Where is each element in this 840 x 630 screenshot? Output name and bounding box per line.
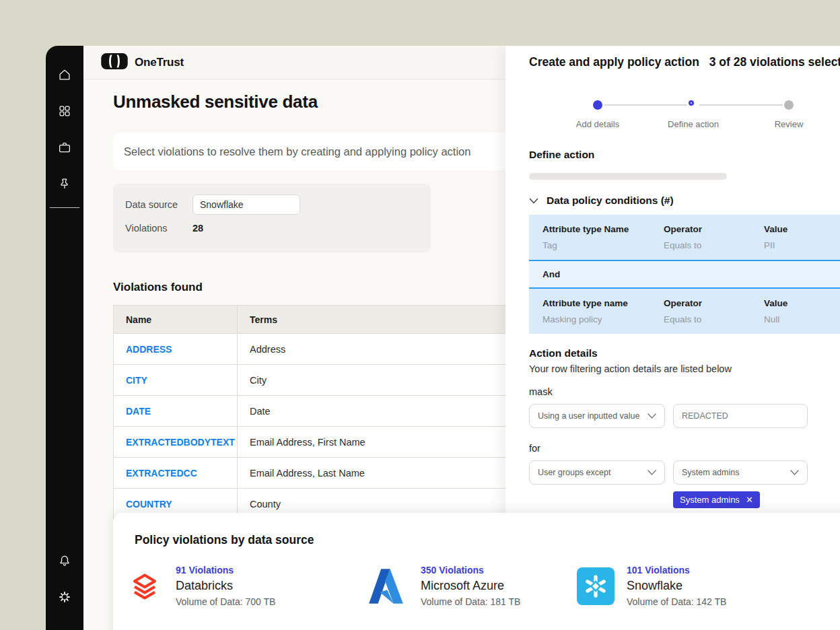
table-row: EXTRACTEDBODYTEXT Email Address, First N…	[114, 427, 544, 458]
user-group-select-dropdown[interactable]: System admins	[673, 460, 808, 485]
policy-violations-card: Policy violations by data source 91 Viol…	[113, 513, 840, 630]
source-volume: Volume of Data: 181 TB	[421, 596, 520, 607]
step-dot-review[interactable]	[784, 100, 794, 110]
condition-connector: And	[529, 261, 840, 287]
violation-name-link[interactable]: ADDRESS	[126, 344, 172, 355]
violation-name-link[interactable]: COUNTRY	[126, 499, 172, 510]
condition-op-label: Operator	[664, 224, 764, 234]
condition-val-label: Value	[764, 224, 840, 234]
violation-name-link[interactable]: DATE	[126, 406, 151, 417]
condition-val-label: Value	[764, 298, 840, 308]
violations-count-value: 28	[193, 223, 203, 234]
condition-attr-value: Tag	[542, 240, 664, 250]
databricks-icon	[125, 566, 165, 606]
azure-icon	[361, 566, 410, 606]
source-name: Databricks	[176, 579, 275, 593]
action-details-subtitle: Your row filtering action details are li…	[529, 363, 840, 374]
violation-terms: Date	[238, 396, 544, 427]
table-row: CITY City	[114, 365, 544, 396]
condition-attr-label: Attribute type Name	[542, 224, 664, 234]
condition-row: Attribute type Name Operator Value Tag E…	[529, 215, 840, 260]
step-label-add-details[interactable]: Add details	[551, 119, 645, 129]
source-violations-link[interactable]: 350 Violations	[421, 565, 520, 575]
condition-val-value: Null	[764, 314, 840, 324]
data-source-input[interactable]: Snowflake	[193, 195, 300, 215]
column-header-name[interactable]: Name	[114, 306, 238, 334]
stepper-connector	[699, 104, 783, 106]
condition-op-label: Operator	[664, 298, 764, 308]
step-dot-define-action[interactable]	[689, 100, 694, 106]
violation-name-link[interactable]: EXTRACTEDBODYTEXT	[126, 437, 235, 448]
source-snowflake: 101 Violations Snowflake Volume of Data:…	[575, 565, 840, 607]
violation-terms: Email Address, Last Name	[238, 458, 544, 489]
define-action-heading: Define action	[529, 149, 840, 161]
chevron-down-icon	[790, 470, 799, 475]
source-violations-link[interactable]: 101 Violations	[627, 565, 726, 575]
chevron-down-icon	[648, 470, 656, 475]
action-details-heading: Action details	[529, 347, 840, 359]
summary-box: Data source Snowflake Violations 28	[113, 184, 431, 252]
violations-found-heading: Violations found	[113, 281, 544, 294]
stepper-connector	[604, 104, 687, 106]
table-row: EXTRACTEDCC Email Address, Last Name	[114, 458, 544, 489]
instruction-banner: Select violations to resolve them by cre…	[113, 133, 544, 170]
condition-op-value: Equals to	[664, 314, 764, 324]
condition-attr-label: Attribute type name	[542, 298, 664, 308]
page-title: Unmasked sensitive data	[113, 92, 544, 112]
briefcase-icon[interactable]	[51, 129, 78, 166]
stepper: Add details Define action Review	[550, 99, 839, 138]
user-group-mode-dropdown[interactable]: User groups except	[529, 460, 665, 485]
source-name: Microsoft Azure	[421, 579, 520, 593]
source-violations-link[interactable]: 91 Violations	[176, 565, 275, 575]
apps-grid-icon[interactable]	[51, 93, 78, 129]
source-volume: Volume of Data: 700 TB	[176, 596, 275, 607]
step-label-review[interactable]: Review	[742, 119, 836, 129]
bell-icon[interactable]	[51, 542, 78, 579]
mask-value-input[interactable]: REDACTED	[673, 404, 808, 428]
condition-row: Attribute type name Operator Value Maski…	[529, 289, 840, 334]
source-databricks: 91 Violations Databricks Volume of Data:…	[125, 565, 361, 607]
pin-icon[interactable]	[51, 166, 78, 202]
selection-status: 3 of 28 violations selected	[709, 55, 840, 69]
for-label: for	[529, 443, 840, 454]
conditions-panel: Attribute type Name Operator Value Tag E…	[529, 215, 840, 334]
snowflake-icon	[575, 566, 616, 606]
progress-placeholder-bar	[529, 173, 727, 180]
data-source-label: Data source	[125, 199, 193, 210]
chip-remove-icon[interactable]: ✕	[746, 495, 753, 505]
chevron-down-icon[interactable]	[529, 198, 538, 204]
violations-count-label: Violations	[125, 223, 193, 234]
source-volume: Volume of Data: 142 TB	[627, 596, 726, 607]
selected-group-chip[interactable]: System admins ✕	[673, 491, 760, 508]
mask-method-dropdown[interactable]: Using a user inputted value	[529, 404, 665, 428]
content-area: OneTrust Unmasked sensitive data Select …	[83, 46, 840, 630]
source-azure: 350 Violations Microsoft Azure Volume of…	[361, 565, 575, 607]
mask-label: mask	[529, 386, 840, 397]
condition-attr-value: Masking policy	[542, 314, 664, 324]
chevron-down-icon	[648, 413, 656, 419]
violation-name-link[interactable]: EXTRACTEDCC	[126, 468, 197, 479]
step-label-define-action[interactable]: Define action	[646, 119, 740, 129]
step-dot-add-details[interactable]	[593, 100, 602, 110]
home-icon[interactable]	[51, 57, 78, 93]
main-column: Unmasked sensitive data Select violation…	[113, 46, 544, 520]
table-row: ADDRESS Address	[114, 334, 544, 365]
violations-table: Name Terms ADDRESS Address CITY City DAT…	[113, 305, 544, 520]
condition-val-value: PII	[764, 240, 840, 250]
app-window: OneTrust Unmasked sensitive data Select …	[46, 46, 840, 630]
footer-card-title: Policy violations by data source	[135, 533, 840, 547]
rail-divider	[50, 207, 79, 208]
condition-op-value: Equals to	[664, 240, 764, 250]
violation-name-link[interactable]: CITY	[126, 375, 147, 386]
violation-terms: City	[238, 365, 544, 396]
gear-icon[interactable]	[51, 579, 78, 615]
violation-terms: Address	[238, 334, 544, 365]
nav-rail	[46, 46, 83, 630]
source-name: Snowflake	[627, 579, 726, 593]
panel-title: Create and apply policy action	[529, 55, 699, 69]
instruction-banner-text: Select violations to resolve them by cre…	[124, 145, 470, 158]
conditions-heading: Data policy conditions (#)	[547, 195, 674, 207]
column-header-terms[interactable]: Terms	[238, 306, 544, 334]
table-row: DATE Date	[114, 396, 544, 427]
violation-terms: Email Address, First Name	[238, 427, 544, 458]
